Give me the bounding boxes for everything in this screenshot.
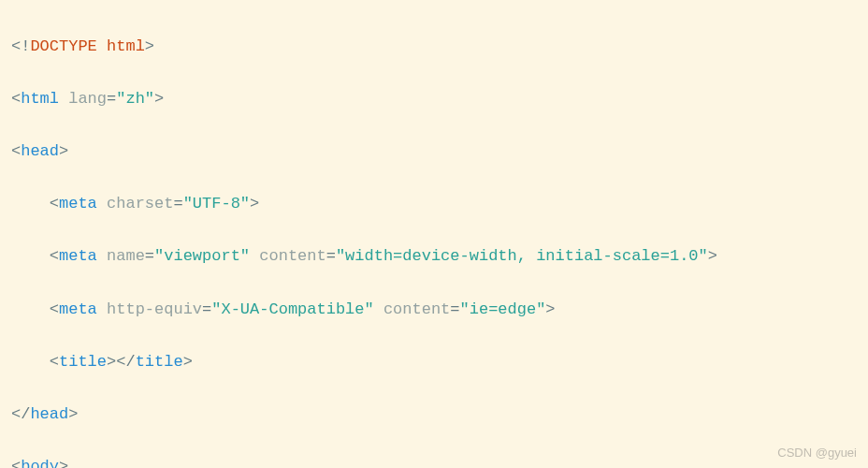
equals: =	[107, 90, 116, 108]
indent	[11, 195, 50, 212]
code-line-head-open: <head>	[11, 139, 857, 165]
equals: =	[202, 300, 211, 318]
tag-name: meta	[59, 300, 97, 318]
indent	[11, 300, 50, 318]
doctype-value: html	[107, 37, 145, 55]
code-line-title: <title></title>	[11, 349, 857, 375]
space	[250, 247, 259, 265]
equals: =	[450, 300, 459, 318]
attr-value: "viewport"	[154, 247, 250, 265]
attr-value: "UTF-8"	[183, 195, 250, 212]
attr-value: "ie=edge"	[460, 300, 546, 318]
code-line-doctype: <!DOCTYPE html>	[11, 34, 857, 60]
space	[97, 195, 107, 212]
doctype-keyword: DOCTYPE	[30, 37, 96, 55]
bracket: >	[59, 142, 68, 160]
attr-name: content	[259, 247, 326, 265]
code-line-meta1: <meta charset="UTF-8">	[11, 191, 857, 217]
space	[97, 247, 107, 265]
attr-name: lang	[68, 90, 107, 108]
equals: =	[326, 247, 336, 265]
indent	[11, 247, 50, 265]
tag-name: title	[136, 353, 183, 371]
doctype-close: >	[145, 37, 154, 55]
space	[97, 300, 107, 318]
bracket: >	[250, 195, 259, 212]
tag-name: head	[30, 405, 68, 423]
bracket: >	[708, 247, 717, 265]
bracket: <	[50, 195, 59, 212]
bracket: </	[116, 353, 135, 371]
bracket: <	[11, 458, 21, 468]
watermark: CSDN @gyuei	[777, 443, 857, 462]
code-line-meta3: <meta http-equiv="X-UA-Compatible" conte…	[11, 297, 857, 323]
doctype-open: <!	[11, 37, 30, 55]
attr-name: content	[383, 300, 450, 318]
space	[97, 37, 107, 55]
bracket: >	[154, 90, 164, 108]
indent	[11, 353, 50, 371]
tag-name: body	[21, 458, 59, 468]
tag-name: title	[59, 353, 107, 371]
bracket: >	[59, 458, 68, 468]
bracket: <	[11, 142, 21, 160]
bracket: >	[107, 353, 116, 371]
code-line-body-open: <body>	[11, 454, 857, 468]
attr-name: charset	[107, 195, 173, 212]
bracket: >	[183, 353, 193, 371]
bracket: <	[50, 247, 59, 265]
code-line-head-close: </head>	[11, 402, 857, 428]
tag-name: meta	[59, 247, 97, 265]
tag-name: meta	[59, 195, 97, 212]
tag-name: html	[21, 90, 59, 108]
attr-name: http-equiv	[107, 300, 202, 318]
space	[59, 90, 68, 108]
bracket: <	[50, 353, 59, 371]
attr-value: "width=device-width, initial-scale=1.0"	[336, 247, 708, 265]
equals: =	[145, 247, 154, 265]
attr-value: "zh"	[116, 90, 154, 108]
bracket: <	[11, 90, 21, 108]
bracket: >	[545, 300, 555, 318]
code-line-html-open: <html lang="zh">	[11, 86, 857, 112]
equals: =	[173, 195, 182, 212]
bracket: <	[50, 300, 59, 318]
space	[374, 300, 383, 318]
attr-name: name	[107, 247, 145, 265]
tag-name: head	[21, 142, 59, 160]
code-block: <!DOCTYPE html> <html lang="zh"> <head> …	[11, 7, 857, 468]
attr-value: "X-UA-Compatible"	[211, 300, 373, 318]
bracket: >	[68, 405, 78, 423]
bracket: </	[11, 405, 30, 423]
code-line-meta2: <meta name="viewport" content="width=dev…	[11, 243, 857, 270]
